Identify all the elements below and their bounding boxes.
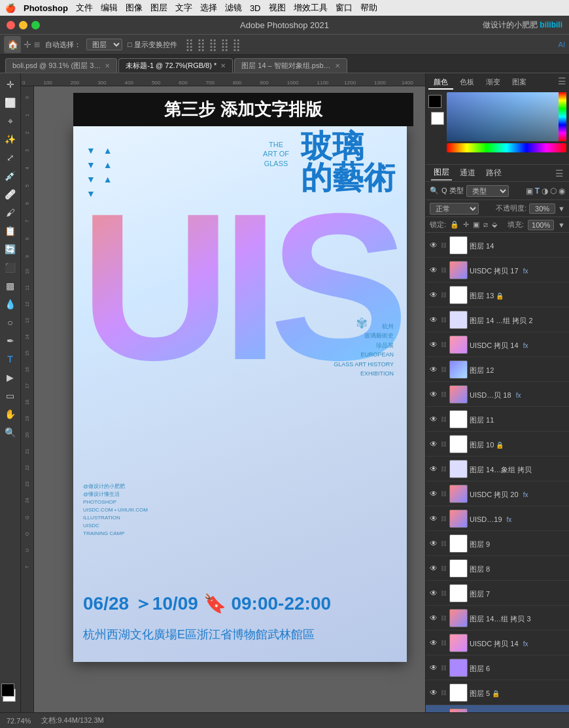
layer-item[interactable]: 👁 ⛓ UISDC 拷贝 14 fx (426, 631, 569, 655)
filter-toggle[interactable]: ◉ (559, 186, 565, 196)
tab-boli[interactable]: boli.psd @ 93.1% (图层 3… ✕ (5, 58, 117, 73)
layer-visibility-icon[interactable]: 👁 (428, 315, 439, 325)
tab-swatches[interactable]: 色板 (455, 76, 479, 90)
layer-item[interactable]: 👁 ⛓ 图层 7 (426, 581, 569, 606)
lock-position-icon[interactable]: ✛ (463, 220, 469, 229)
lock-artboard-icon[interactable]: ⬙ (492, 220, 497, 229)
layer-visibility-icon[interactable]: 👁 (428, 240, 439, 251)
fill-arrow[interactable]: ▼ (558, 221, 565, 229)
selection-tool[interactable]: ⬜ (2, 94, 19, 111)
menu-image[interactable]: 图像 (126, 2, 143, 14)
menu-text[interactable]: 文字 (175, 2, 192, 14)
lasso-tool[interactable]: ⌖ (2, 113, 19, 130)
fg-color-box[interactable] (428, 95, 441, 108)
zoom-tool[interactable]: 🔍 (2, 424, 19, 441)
layer-item[interactable]: 👁 ⛓ 图层 14 (426, 233, 569, 258)
menu-filter[interactable]: 滤镜 (225, 2, 242, 14)
menu-view[interactable]: 视图 (269, 2, 286, 14)
tab-channels[interactable]: 通道 (457, 166, 478, 180)
menu-edit[interactable]: 编辑 (101, 2, 118, 14)
color-picker-gradient[interactable] (447, 92, 566, 141)
menu-3d[interactable]: 3D (250, 3, 261, 13)
layer-item[interactable]: 👁 ⛓ 图层 13 🔒 (426, 283, 569, 307)
fg-color-swatch[interactable] (1, 684, 14, 697)
layer-visibility-icon[interactable]: 👁 (428, 613, 439, 623)
layer-visibility-icon[interactable]: 👁 (428, 563, 439, 574)
lock-all-icon[interactable]: 🔒 (450, 220, 459, 229)
layer-item[interactable]: 👁 ⛓ UISDC 拷贝 20 fx (426, 481, 569, 506)
layer-item[interactable]: 👁 ⛓ 图层 10 🔒 (426, 432, 569, 457)
fill-input[interactable] (528, 220, 554, 230)
text-tool[interactable]: T (2, 351, 19, 368)
layer-item[interactable]: 👁 ⛓ UISDC 拷贝 14 fx (426, 332, 569, 357)
layer-item[interactable]: 👁 ⛓ 图层 5 🔒 (426, 680, 569, 705)
layer-visibility-icon[interactable]: 👁 (428, 339, 439, 350)
move-tool[interactable]: ✛ (2, 76, 19, 93)
layer-visibility-icon[interactable]: 👁 (428, 663, 439, 673)
layer-visibility-icon[interactable]: 👁 (428, 712, 439, 713)
blur-tool[interactable]: 💧 (2, 296, 19, 313)
filter-text-icon[interactable]: T (535, 186, 540, 196)
layer-item[interactable]: 👁 ⛓ UISD…19 fx (426, 506, 569, 531)
color-spectrum-bar[interactable] (447, 143, 566, 152)
tab-patterns[interactable]: 图案 (507, 76, 532, 90)
layer-item[interactable]: 👁 ⛓ 图层 9 (426, 531, 569, 556)
gradient-tool[interactable]: ▩ (2, 277, 19, 294)
layer-visibility-icon[interactable]: 👁 (428, 414, 439, 425)
layer-item[interactable]: 👁 ⛓ 图层 6 (426, 655, 569, 680)
shape-tool[interactable]: ▭ (2, 387, 19, 404)
layer-visibility-icon[interactable]: 👁 (428, 389, 439, 400)
layer-item[interactable]: 👁 ⛓ UISD…贝 18 fx (426, 382, 569, 407)
close-button[interactable] (7, 21, 15, 29)
healing-tool[interactable]: 🩹 (2, 186, 19, 203)
layer-visibility-icon[interactable]: 👁 (428, 364, 439, 375)
tab-paths[interactable]: 路径 (483, 166, 504, 180)
eraser-tool[interactable]: ⬛ (2, 259, 19, 276)
auto-select-dropdown[interactable]: 图层 (86, 39, 122, 50)
layer-item-selected[interactable]: 👁 ⛓ 图层 14…组 拷贝 4 (426, 705, 569, 712)
menu-select[interactable]: 选择 (200, 2, 217, 14)
blend-mode-dropdown[interactable]: 正常 (430, 203, 479, 215)
lock-transparency-icon[interactable]: ⧄ (483, 220, 488, 229)
brush-tool[interactable]: 🖌 (2, 204, 19, 221)
filter-adjust-icon[interactable]: ◑ (542, 186, 548, 196)
tab-untitled[interactable]: 未标题-1 @ 72.7%(RGB/8) * ✕ (118, 58, 233, 73)
color-panel-menu[interactable]: ☰ (558, 76, 566, 90)
layer-item[interactable]: 👁 ⛓ 图层 14 …组 拷贝 2 (426, 307, 569, 332)
canvas-viewport[interactable]: 第三步 添加文字排版 ▼ ▲ ▼ ▲ ▼ (34, 86, 425, 712)
layer-visibility-icon[interactable]: 👁 (428, 439, 439, 449)
layer-item[interactable]: 👁 ⛓ 图层 8 (426, 556, 569, 581)
home-button[interactable]: 🏠 (4, 36, 21, 53)
filter-smart-icon[interactable]: ⬡ (550, 186, 557, 196)
layer-item[interactable]: 👁 ⛓ 图层 14…象组 拷贝 (426, 457, 569, 481)
menu-window[interactable]: 窗口 (336, 2, 353, 14)
tab-layers[interactable]: 图层 (431, 165, 452, 181)
layer-visibility-icon[interactable]: 👁 (428, 489, 439, 499)
tab-close-layer14[interactable]: ✕ (335, 62, 340, 69)
pen-tool[interactable]: ✒ (2, 332, 19, 349)
layer-item[interactable]: 👁 ⛓ 图层 12 (426, 357, 569, 382)
layer-item[interactable]: 👁 ⛓ 图层 14…组 拷贝 3 (426, 606, 569, 631)
magic-wand-tool[interactable]: ✨ (2, 131, 19, 148)
minimize-button[interactable] (19, 21, 27, 29)
opacity-arrow[interactable]: ▼ (558, 205, 565, 213)
layers-panel-menu[interactable]: ☰ (555, 168, 564, 179)
opacity-input[interactable] (529, 203, 555, 214)
layers-list[interactable]: 👁 ⛓ 图层 14 👁 ⛓ UISDC 拷贝 17 fx (426, 233, 569, 712)
hand-tool[interactable]: ✋ (2, 406, 19, 423)
tab-gradients[interactable]: 渐变 (481, 76, 506, 90)
tab-close-untitled[interactable]: ✕ (220, 62, 226, 69)
stamp-tool[interactable]: 📋 (2, 222, 19, 239)
layer-visibility-icon[interactable]: 👁 (428, 290, 439, 300)
layer-visibility-icon[interactable]: 👁 (428, 464, 439, 474)
menu-layer[interactable]: 图层 (150, 2, 167, 14)
eyedropper-tool[interactable]: 💉 (2, 167, 19, 184)
menu-file[interactable]: 文件 (76, 2, 93, 14)
apple-menu[interactable]: 🍎 (5, 3, 16, 13)
tab-close-boli[interactable]: ✕ (105, 62, 110, 69)
menu-plugins[interactable]: 增效工具 (294, 2, 328, 14)
layer-item[interactable]: 👁 ⛓ UISDC 拷贝 17 fx (426, 258, 569, 283)
dodge-tool[interactable]: ○ (2, 314, 19, 331)
filter-pixel-icon[interactable]: ▣ (526, 186, 533, 196)
layer-visibility-icon[interactable]: 👁 (428, 638, 439, 648)
